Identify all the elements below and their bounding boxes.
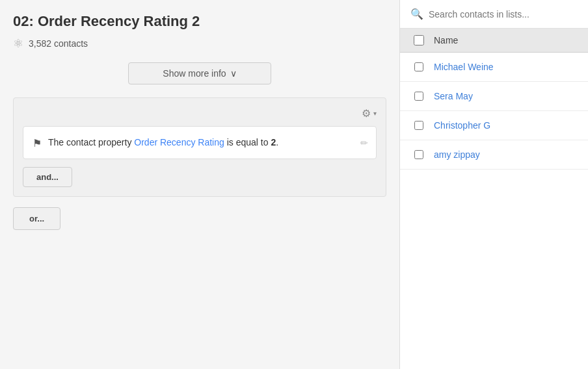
left-panel: 02: Order Recency Rating 2 ⚛ 3,582 conta… [0,0,400,369]
show-more-label: Show more info [163,68,226,79]
filter-header: ⚙ ▾ [23,107,377,120]
contact-checkbox[interactable] [414,150,423,159]
and-button[interactable]: and... [23,167,72,187]
right-panel: 🔍 Name Michael Weine Sera May Chr [400,0,588,369]
segment-title: 02: Order Recency Rating 2 [13,13,386,30]
filter-rule: ⚑ The contact property Order Recency Rat… [23,126,377,159]
contacts-count-row: ⚛ 3,582 contacts [13,36,386,51]
row-checkbox-cell[interactable] [409,92,429,101]
table-row: Sera May [400,82,588,111]
or-button[interactable]: or... [13,207,60,230]
row-checkbox-cell[interactable] [409,150,429,159]
row-checkbox-cell[interactable] [409,121,429,130]
gear-chevron-icon: ▾ [373,110,377,117]
search-input[interactable] [429,9,578,19]
contact-name[interactable]: Michael Weine [429,62,494,72]
rule-text: The contact property Order Recency Ratin… [48,136,278,149]
contact-checkbox[interactable] [414,92,423,101]
select-all-checkbox[interactable] [414,35,424,45]
header-checkbox-cell[interactable] [409,35,429,45]
row-checkbox-cell[interactable] [409,62,429,71]
edit-icon[interactable]: ✏ [360,138,368,148]
filter-container: ⚙ ▾ ⚑ The contact property Order Recency… [13,97,386,197]
table-header-row: Name [400,29,588,53]
search-icon: 🔍 [410,8,423,20]
flag-icon: ⚑ [33,137,42,149]
contacts-table: Name Michael Weine Sera May Christopher … [400,29,588,369]
table-row: Michael Weine [400,53,588,82]
name-column-header: Name [429,35,458,45]
gear-icon: ⚙ [362,107,371,120]
rule-highlight: Order Recency Rating [134,137,224,147]
atom-icon: ⚛ [13,36,23,51]
rule-middle: is equal to [224,137,271,147]
contact-name[interactable]: Sera May [429,91,473,101]
contact-checkbox[interactable] [414,121,423,130]
contact-name[interactable]: Christopher G [429,120,490,131]
contact-checkbox[interactable] [414,62,423,71]
show-more-button[interactable]: Show more info ∨ [128,62,271,84]
contacts-count-label: 3,582 contacts [29,38,88,49]
chevron-down-icon: ∨ [230,68,237,79]
contact-name[interactable]: amy zippay [429,149,480,160]
rule-suffix: . [276,137,278,147]
gear-button[interactable]: ⚙ ▾ [362,107,377,120]
table-row: Christopher G [400,111,588,140]
rule-prefix: The contact property [48,137,134,147]
table-row: amy zippay [400,140,588,170]
search-bar: 🔍 [400,0,588,29]
